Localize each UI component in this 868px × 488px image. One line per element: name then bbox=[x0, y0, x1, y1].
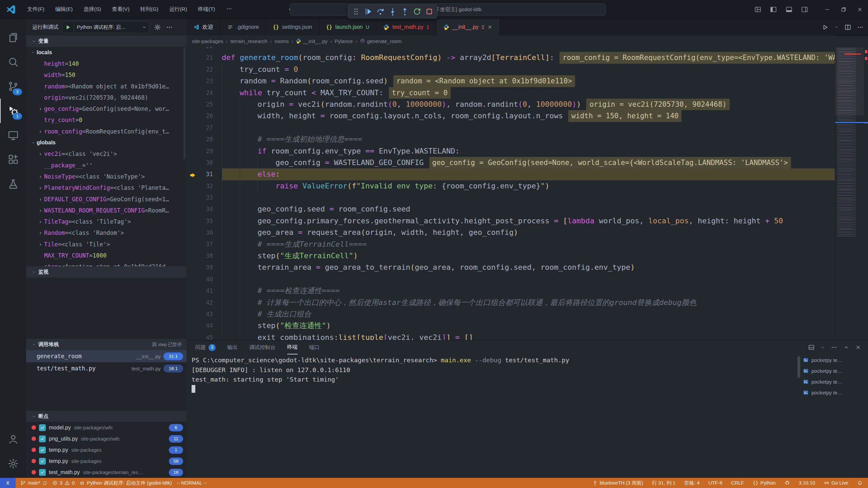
editor-more-actions-icon[interactable] bbox=[857, 24, 864, 31]
start-debug-icon[interactable] bbox=[62, 21, 74, 33]
panel-tab-终端[interactable]: 终端 bbox=[287, 340, 298, 354]
breakpoint-checkbox[interactable] bbox=[39, 458, 46, 465]
breakpoint-checkbox[interactable] bbox=[39, 435, 46, 442]
variable-row[interactable]: width = 150 bbox=[26, 69, 186, 81]
breadcrumb-item[interactable]: Pylance bbox=[335, 38, 353, 44]
close-panel-icon[interactable] bbox=[855, 344, 861, 350]
callstack-frame[interactable]: test/test_math.pytest_math.py16:1 bbox=[26, 362, 186, 374]
menu-overflow-icon[interactable] bbox=[221, 4, 237, 15]
indentation[interactable]: 空格: 4 bbox=[684, 480, 699, 486]
gitlens-author[interactable]: blueloveTH (3 周前) bbox=[592, 480, 643, 486]
terminal-output[interactable]: PS C:\computer_science\godot-ldtk\site-p… bbox=[192, 355, 797, 478]
step-over-button[interactable] bbox=[375, 6, 386, 17]
toggle-panel-icon[interactable] bbox=[785, 6, 793, 13]
menu-运行(R)[interactable]: 运行(R) bbox=[164, 4, 192, 15]
continue-button[interactable] bbox=[362, 6, 374, 17]
variable-row[interactable]: ›DEFAULT_GEO_CONFIG = GeoConfig(seed=1… bbox=[26, 194, 186, 205]
tab-欢迎[interactable]: 欢迎 bbox=[186, 19, 220, 36]
debug-settings-gear-icon[interactable] bbox=[154, 24, 161, 31]
tab-settings.json[interactable]: {}settings.json bbox=[266, 19, 319, 36]
breadcrumb-item[interactable]: rooms bbox=[275, 38, 289, 44]
sidebar-scrollbar[interactable] bbox=[183, 47, 186, 159]
restart-button[interactable] bbox=[411, 6, 423, 17]
variable-row[interactable]: ›TileTag = <class 'TileTag'> bbox=[26, 216, 186, 227]
panel-tab-端口[interactable]: 端口 bbox=[309, 340, 320, 354]
close-window-button[interactable] bbox=[852, 0, 868, 19]
activity-accounts[interactable] bbox=[0, 427, 26, 451]
run-dropdown-chevron-icon[interactable] bbox=[834, 25, 839, 29]
menu-编辑(E)[interactable]: 编辑(E) bbox=[51, 4, 78, 15]
variable-row[interactable]: try_count = 0 bbox=[26, 115, 186, 126]
code-editor[interactable]: 2021def generate_room(room_config: RoomR… bbox=[186, 46, 868, 340]
variable-row[interactable]: ›vec2i = <class 'vec2i'> bbox=[26, 148, 186, 160]
activity-remote-explorer[interactable] bbox=[0, 123, 26, 147]
activity-settings[interactable] bbox=[0, 451, 26, 476]
breadcrumb-item[interactable]: terrain_research bbox=[231, 38, 268, 44]
breakpoint-checkbox[interactable] bbox=[39, 469, 46, 476]
variable-row[interactable]: ›geo_config = GeoConfig(seed=None, wor… bbox=[26, 103, 186, 114]
step-into-button[interactable] bbox=[387, 6, 398, 17]
stop-button[interactable] bbox=[423, 6, 435, 17]
encoding[interactable]: UTF-8 bbox=[708, 480, 722, 486]
callstack-section-header[interactable]: 调用堆栈 因 step 已暂停 bbox=[26, 339, 186, 350]
panel-layout-chevron-icon[interactable] bbox=[821, 345, 825, 350]
panel-tab-问题[interactable]: 问题3 bbox=[195, 340, 216, 354]
github-status[interactable] bbox=[785, 480, 790, 486]
activity-extensions[interactable] bbox=[0, 147, 26, 172]
python-version[interactable]: 3.10.10 bbox=[799, 480, 815, 486]
tab-.gdignore[interactable]: .gdignore bbox=[220, 19, 266, 36]
terminal-instance[interactable]: pocketpy te… bbox=[801, 387, 865, 398]
tab-test_math.py[interactable]: test_math.py1 bbox=[376, 19, 436, 36]
cursor-position[interactable]: 行 31, 列 1 bbox=[652, 480, 675, 486]
maximize-restore-button[interactable] bbox=[835, 0, 852, 19]
panel-tab-输出[interactable]: 输出 bbox=[227, 340, 238, 354]
variable-row[interactable]: ›Tile = <class 'Tile'> bbox=[26, 239, 186, 250]
tab-__init__.py[interactable]: __init__.py2 bbox=[436, 19, 500, 36]
problems-status[interactable]: 30 bbox=[52, 480, 75, 486]
variable-row[interactable]: MAX_TRY_COUNT = 1000 bbox=[26, 250, 186, 261]
minimap-slider[interactable] bbox=[835, 47, 864, 115]
vim-mode-status[interactable]: -- NORMAL -- bbox=[177, 480, 207, 486]
split-editor-icon[interactable] bbox=[844, 24, 851, 31]
variable-row[interactable]: ›Random = <class 'Random'> bbox=[26, 227, 186, 239]
breakpoint-checkbox[interactable] bbox=[39, 424, 46, 431]
debug-more-actions-icon[interactable] bbox=[166, 24, 173, 31]
breakpoint-row[interactable]: temp.pysite-packages58 bbox=[26, 455, 186, 467]
tab-launch.json[interactable]: {}launch.jsonU bbox=[319, 19, 377, 36]
watch-section-header[interactable]: 监视 bbox=[26, 266, 186, 278]
minimap[interactable] bbox=[835, 46, 864, 340]
breakpoint-row[interactable]: model.pysite-packages\wfc6 bbox=[26, 422, 186, 433]
minimize-button[interactable] bbox=[819, 0, 835, 19]
command-center-search[interactable]: [扩展开发宿主] godot-ldtk bbox=[290, 3, 606, 16]
eol[interactable]: CRLF bbox=[731, 480, 744, 486]
variable-row[interactable]: ›WASTELAND_ROOM_REQUEST_CONFIG = RoomR… bbox=[26, 205, 186, 216]
variable-row[interactable]: __package__ = '' bbox=[26, 160, 186, 171]
debug-status[interactable]: Python 调试程序: 启动文件 (godot-ldtk) bbox=[79, 480, 172, 486]
terminal-instance[interactable]: pocketpy te… bbox=[801, 376, 865, 387]
overview-ruler[interactable] bbox=[864, 46, 868, 340]
variable-row[interactable]: random = <Random object at 0x1bf9d01e… bbox=[26, 81, 186, 92]
toggle-secondary-sidebar-icon[interactable] bbox=[801, 6, 808, 13]
activity-run-and-debug[interactable]: 1 bbox=[0, 99, 26, 123]
menu-选择(S)[interactable]: 选择(S) bbox=[79, 4, 106, 15]
breakpoint-row[interactable]: temp.pysite-packages1 bbox=[26, 444, 186, 455]
menu-文件(F)[interactable]: 文件(F) bbox=[22, 4, 49, 15]
debug-config-dropdown[interactable]: Python 调试程序: 启… bbox=[62, 21, 149, 33]
breakpoint-checkbox[interactable] bbox=[39, 447, 46, 453]
variable-row[interactable]: ›PlanetaryWindConfig = <class 'Planeta… bbox=[26, 182, 186, 194]
breakpoints-section-header[interactable]: 断点 bbox=[26, 411, 186, 422]
panel-more-actions-icon[interactable] bbox=[831, 344, 837, 351]
variable-row[interactable]: ›room_config = RoomRequestConfig(env_t… bbox=[26, 126, 186, 137]
terminal-scrollbar[interactable] bbox=[797, 356, 800, 378]
tab-close-icon[interactable] bbox=[487, 24, 493, 30]
breakpoint-row[interactable]: test_math.pysite-packages\terrain_res…16 bbox=[26, 467, 186, 478]
menu-终端(T)[interactable]: 终端(T) bbox=[193, 4, 220, 15]
variables-scope-globals[interactable]: globals bbox=[26, 137, 186, 148]
terminal-instance[interactable]: pocketpy te… bbox=[801, 354, 865, 365]
activity-source-control[interactable]: 3 bbox=[0, 74, 26, 99]
notifications[interactable] bbox=[857, 480, 863, 486]
activity-search[interactable] bbox=[0, 50, 26, 74]
variable-row[interactable]: ›NoiseType = <class 'NoiseType'> bbox=[26, 171, 186, 182]
git-branch-status[interactable]: main* bbox=[20, 480, 47, 486]
variable-row[interactable]: height = 140 bbox=[26, 58, 186, 69]
